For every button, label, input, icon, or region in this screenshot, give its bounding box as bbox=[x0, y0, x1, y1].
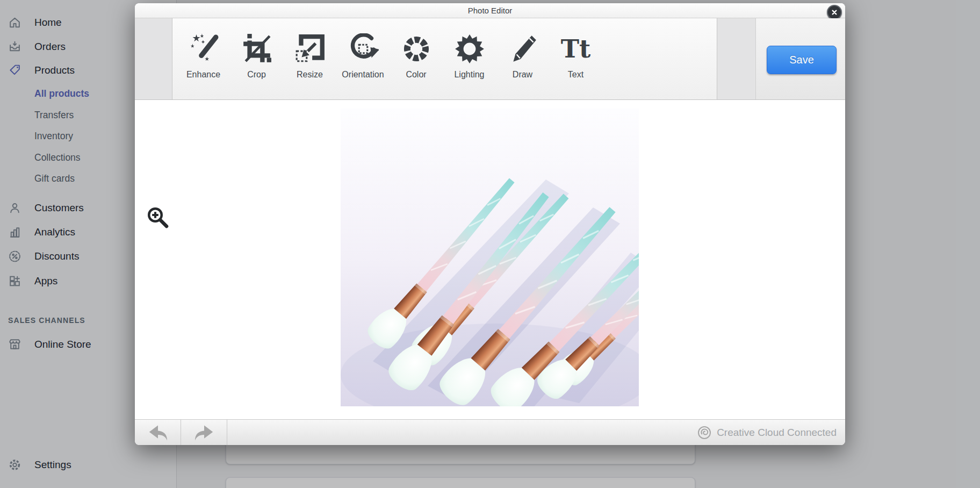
tool-label: Orientation bbox=[342, 70, 384, 80]
redo-icon bbox=[193, 423, 215, 442]
creative-cloud-status-text: Creative Cloud Connected bbox=[717, 427, 837, 439]
redo-button[interactable] bbox=[181, 420, 227, 445]
tool-label: Text bbox=[568, 70, 583, 80]
orientation-rotate-icon bbox=[348, 31, 379, 67]
tool-label: Enhance bbox=[186, 70, 220, 80]
tool-orientation[interactable]: Orientation bbox=[336, 18, 390, 99]
tool-label: Draw bbox=[513, 70, 532, 80]
tool-label: Crop bbox=[247, 70, 266, 80]
lighting-sun-icon bbox=[454, 31, 485, 67]
enhance-wand-icon bbox=[188, 31, 219, 67]
zoom-in-icon[interactable] bbox=[146, 206, 171, 231]
product-photo bbox=[341, 109, 639, 406]
editor-bottom-bar: Creative Cloud Connected bbox=[135, 419, 845, 445]
save-button[interactable]: Save bbox=[767, 46, 837, 74]
modal-title: Photo Editor bbox=[468, 6, 513, 15]
tool-crop[interactable]: Crop bbox=[230, 18, 283, 99]
tool-color[interactable]: Color bbox=[390, 18, 443, 99]
modal-titlebar: Photo Editor bbox=[135, 3, 845, 18]
save-button-label: Save bbox=[789, 54, 814, 66]
undo-icon bbox=[147, 423, 169, 442]
undo-button[interactable] bbox=[135, 420, 181, 445]
tool-text[interactable]: Tt Text bbox=[549, 18, 602, 99]
resize-icon bbox=[294, 31, 326, 67]
tool-draw[interactable]: Draw bbox=[496, 18, 549, 99]
editor-toolbox: Enhance Crop bbox=[172, 18, 717, 99]
creative-cloud-status: Creative Cloud Connected bbox=[697, 420, 837, 445]
text-icon: Tt bbox=[561, 31, 590, 67]
color-wheel-icon bbox=[401, 31, 432, 67]
tool-label: Color bbox=[406, 70, 426, 80]
close-button[interactable] bbox=[827, 5, 842, 20]
creative-cloud-icon bbox=[697, 426, 711, 440]
tool-label: Resize bbox=[297, 70, 323, 80]
tool-label: Lighting bbox=[454, 70, 484, 80]
editor-toolbar-row: Enhance Crop bbox=[135, 18, 845, 100]
tool-enhance[interactable]: Enhance bbox=[177, 18, 230, 99]
tool-resize[interactable]: Resize bbox=[283, 18, 336, 99]
close-icon bbox=[830, 8, 839, 17]
screen: Home Orders Products All products Transf… bbox=[0, 0, 980, 488]
crop-icon bbox=[241, 31, 272, 67]
tool-lighting[interactable]: Lighting bbox=[443, 18, 496, 99]
photo-editor-modal: Photo Editor bbox=[135, 3, 845, 445]
draw-pencil-icon bbox=[507, 31, 538, 67]
